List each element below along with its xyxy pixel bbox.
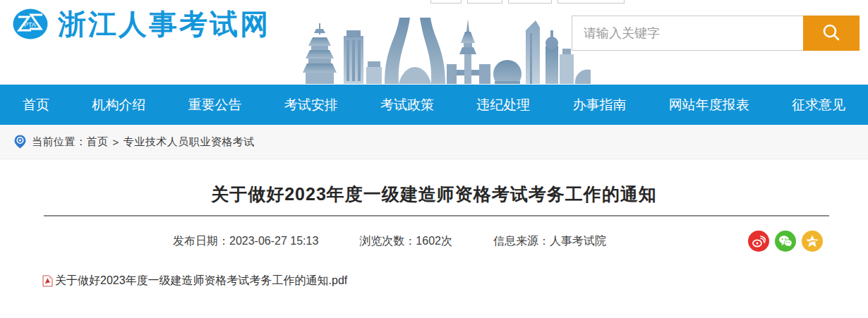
title-divider (44, 215, 829, 216)
publish-date: 发布日期：2023-06-27 15:13 (173, 234, 318, 249)
site-brand[interactable]: PTA 浙江人事考试网 (13, 8, 270, 40)
wechat-share-button[interactable] (775, 231, 796, 252)
article-title: 关于做好2023年度一级建造师资格考试考务工作的通知 (0, 183, 868, 206)
qzone-star-icon (805, 234, 819, 248)
article-meta-row: 发布日期：2023-06-27 15:13 浏览次数：1602次 信息来源：人事… (0, 230, 868, 252)
nav-item-violations[interactable]: 违纪处理 (476, 96, 530, 114)
article-section: 关于做好2023年度一级建造师资格考试考务工作的通知 发布日期：2023-06-… (0, 183, 868, 288)
nav-item-exam-schedule[interactable]: 考试安排 (284, 96, 338, 114)
attachment-pdf-link[interactable]: 关于做好2023年度一级建造师资格考试考务工作的通知.pdf (55, 274, 347, 288)
nav-item-annual-report[interactable]: 网站年度报表 (669, 96, 749, 114)
top-utility-link[interactable] (557, 0, 625, 4)
zpta-logo-icon: PTA (13, 8, 48, 40)
breadcrumb-current: 专业技术人员职业资格考试 (123, 135, 255, 149)
share-buttons (748, 230, 823, 252)
site-search (572, 16, 860, 51)
nav-item-announcements[interactable]: 重要公告 (188, 96, 242, 114)
svg-text:PTA: PTA (24, 21, 36, 28)
top-utility-link[interactable] (430, 0, 462, 4)
main-nav: 首页 机构介绍 重要公告 考试安排 考试政策 违纪处理 办事指南 网站年度报表 … (0, 85, 868, 125)
search-input[interactable] (572, 16, 803, 51)
site-header: PTA 浙江人事考试网 (0, 0, 868, 85)
breadcrumb-separator: > (113, 136, 119, 148)
breadcrumb: 当前位置： 首页 > 专业技术人员职业资格考试 (0, 125, 868, 159)
breadcrumb-home-link[interactable]: 首页 (87, 135, 109, 147)
top-utility-link[interactable] (467, 0, 502, 4)
nav-item-service-guide[interactable]: 办事指南 (573, 96, 627, 114)
nav-item-home[interactable]: 首页 (23, 96, 49, 114)
search-button[interactable] (803, 16, 860, 51)
top-utility-link[interactable] (508, 0, 552, 4)
attachment-row: 关于做好2023年度一级建造师资格考试考务工作的通知.pdf (42, 274, 868, 288)
weibo-share-button[interactable] (748, 231, 769, 252)
hangzhou-skyline-illustration (300, 12, 591, 84)
qzone-share-button[interactable] (802, 231, 823, 252)
info-source: 信息来源：人事考试院 (493, 234, 606, 249)
top-utility-links (430, 0, 625, 4)
pdf-file-icon (42, 275, 53, 287)
breadcrumb-label: 当前位置： (32, 135, 87, 149)
view-count: 浏览次数：1602次 (359, 234, 452, 249)
nav-item-about[interactable]: 机构介绍 (92, 96, 145, 114)
location-pin-icon (14, 135, 26, 149)
weibo-icon (752, 234, 766, 248)
nav-item-feedback[interactable]: 征求意见 (792, 96, 845, 114)
site-title: 浙江人事考试网 (58, 8, 270, 40)
nav-item-exam-policy[interactable]: 考试政策 (380, 96, 434, 114)
wechat-icon (778, 234, 792, 248)
search-icon (821, 23, 842, 44)
